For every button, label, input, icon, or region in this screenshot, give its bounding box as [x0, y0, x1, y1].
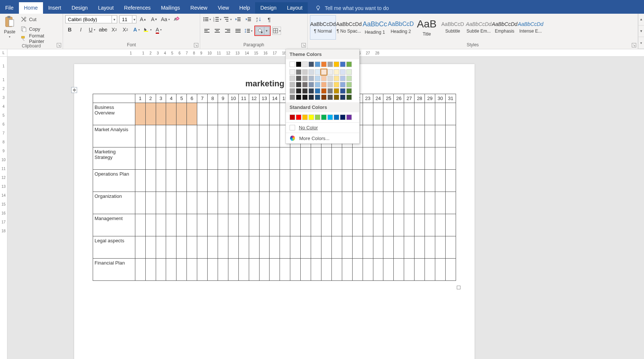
color-swatch[interactable] — [302, 62, 308, 67]
day-cell[interactable] — [166, 259, 176, 281]
day-cell[interactable] — [352, 259, 363, 281]
day-cell[interactable] — [145, 192, 156, 214]
day-cell[interactable] — [166, 214, 176, 236]
day-cell[interactable] — [249, 259, 259, 281]
day-cell[interactable] — [187, 214, 197, 236]
font-size-combo[interactable]: ▾ — [119, 15, 136, 23]
table-row[interactable]: Marketing Strategy — [93, 147, 456, 170]
tab-home[interactable]: Home — [19, 2, 43, 14]
day-cell[interactable] — [218, 236, 228, 259]
day-cell[interactable] — [135, 147, 145, 170]
day-cell[interactable] — [363, 125, 373, 147]
day-cell[interactable] — [197, 147, 208, 170]
day-cell[interactable] — [415, 170, 425, 192]
day-cell[interactable] — [435, 103, 445, 125]
color-swatch[interactable] — [290, 82, 295, 87]
task-cell[interactable]: Financial Plan — [93, 259, 135, 281]
color-swatch[interactable] — [327, 88, 333, 94]
day-cell[interactable] — [383, 214, 394, 236]
day-cell[interactable] — [156, 236, 166, 259]
day-cell[interactable] — [425, 192, 435, 214]
day-cell[interactable] — [145, 125, 156, 147]
day-cell[interactable] — [270, 103, 280, 125]
day-cell[interactable] — [135, 170, 145, 192]
color-swatch[interactable] — [308, 76, 314, 81]
color-swatch[interactable] — [334, 62, 339, 67]
day-cell[interactable] — [270, 236, 280, 259]
no-color-button[interactable]: No Color — [286, 122, 359, 133]
justify-button[interactable] — [234, 27, 242, 35]
day-header[interactable]: 26 — [394, 94, 404, 103]
day-cell[interactable] — [187, 103, 197, 125]
day-cell[interactable] — [249, 236, 259, 259]
day-cell[interactable] — [373, 125, 383, 147]
day-cell[interactable] — [197, 214, 208, 236]
day-cell[interactable] — [445, 147, 456, 170]
day-cell[interactable] — [331, 259, 342, 281]
tab-selector[interactable]: L — [0, 49, 7, 56]
tab-insert[interactable]: Insert — [43, 2, 66, 14]
copy-button[interactable]: Copy — [19, 25, 60, 33]
day-cell[interactable] — [228, 236, 238, 259]
day-cell[interactable] — [259, 125, 270, 147]
day-cell[interactable] — [176, 192, 187, 214]
day-cell[interactable] — [445, 103, 456, 125]
day-cell[interactable] — [425, 236, 435, 259]
day-header[interactable]: 7 — [197, 94, 208, 103]
color-swatch[interactable] — [308, 82, 314, 87]
day-cell[interactable] — [218, 103, 228, 125]
color-swatch[interactable] — [346, 94, 352, 100]
day-header[interactable]: 4 — [166, 94, 176, 103]
day-cell[interactable] — [259, 236, 270, 259]
day-cell[interactable] — [415, 259, 425, 281]
day-cell[interactable] — [176, 170, 187, 192]
day-cell[interactable] — [208, 103, 218, 125]
day-cell[interactable] — [145, 170, 156, 192]
day-header[interactable]: 25 — [383, 94, 394, 103]
shading-button[interactable] — [255, 27, 264, 35]
day-cell[interactable] — [383, 125, 394, 147]
day-cell[interactable] — [435, 236, 445, 259]
day-cell[interactable] — [270, 147, 280, 170]
color-swatch[interactable] — [334, 76, 339, 81]
day-cell[interactable] — [228, 192, 238, 214]
day-cell[interactable] — [249, 214, 259, 236]
color-swatch[interactable] — [321, 76, 327, 81]
color-swatch[interactable] — [296, 76, 301, 81]
day-cell[interactable] — [156, 214, 166, 236]
day-cell[interactable] — [290, 170, 301, 192]
day-cell[interactable] — [197, 192, 208, 214]
table-row[interactable]: Management — [93, 214, 456, 236]
color-swatch[interactable] — [334, 94, 339, 100]
color-swatch[interactable] — [346, 88, 352, 94]
day-cell[interactable] — [352, 214, 363, 236]
day-cell[interactable] — [135, 103, 145, 125]
day-cell[interactable] — [187, 125, 197, 147]
align-center-button[interactable] — [213, 27, 222, 35]
day-cell[interactable] — [270, 192, 280, 214]
day-cell[interactable] — [435, 192, 445, 214]
subscript-button[interactable]: X2 — [110, 26, 119, 34]
clipboard-launcher[interactable]: ↘ — [57, 43, 61, 47]
day-cell[interactable] — [425, 125, 435, 147]
color-swatch[interactable] — [327, 94, 333, 100]
day-cell[interactable] — [311, 236, 321, 259]
day-cell[interactable] — [404, 236, 415, 259]
day-cell[interactable] — [373, 170, 383, 192]
day-cell[interactable] — [208, 259, 218, 281]
day-cell[interactable] — [218, 259, 228, 281]
color-swatch[interactable] — [315, 114, 320, 120]
day-cell[interactable] — [156, 125, 166, 147]
day-cell[interactable] — [135, 125, 145, 147]
day-cell[interactable] — [249, 125, 259, 147]
vertical-ruler[interactable]: 1123456789101112131415161718 — [0, 57, 7, 359]
day-header[interactable]: 24 — [373, 94, 383, 103]
day-cell[interactable] — [208, 147, 218, 170]
day-cell[interactable] — [321, 236, 332, 259]
day-cell[interactable] — [352, 170, 363, 192]
color-swatch[interactable] — [315, 82, 320, 87]
day-cell[interactable] — [404, 259, 415, 281]
line-spacing-button[interactable] — [244, 27, 253, 35]
table-row[interactable]: Legal aspects — [93, 236, 456, 259]
day-cell[interactable] — [373, 259, 383, 281]
